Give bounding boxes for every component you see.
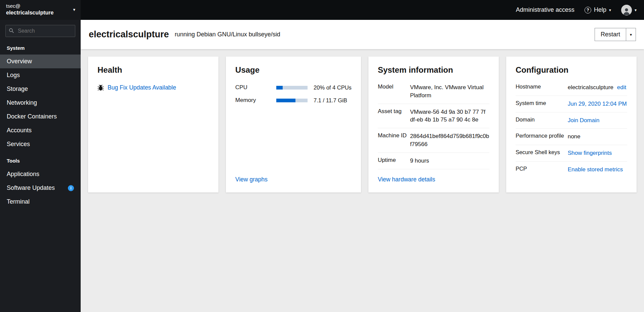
usage-rows: CPU 20% of 4 CPUs Memory 7.1 / 11.7 GiB (235, 84, 352, 110)
view-graphs-link[interactable]: View graphs (235, 176, 268, 183)
usage-card: Usage CPU 20% of 4 CPUs Memory 7.1 / 11.… (226, 57, 361, 193)
system-information-card: System information Model VMware, Inc. VM… (368, 57, 499, 193)
machine-id-value: 2864d41bef864d759b681f9c0bf79566 (410, 132, 489, 148)
table-row: Machine ID 2864d41bef864d759b681f9c0bf79… (378, 128, 489, 153)
uptime-value: 9 hours (410, 157, 489, 165)
memory-usage-value: 7.1 / 11.7 GiB (314, 97, 347, 104)
help-label: Help (594, 6, 606, 13)
system-information-card-footer: View hardware details (378, 176, 489, 183)
search-input[interactable] (5, 25, 75, 37)
pcp-label: PCP (516, 166, 568, 174)
table-row: Performance profile none (516, 129, 627, 145)
memory-usage-row: Memory 7.1 / 11.7 GiB (235, 97, 352, 104)
administrative-access-button[interactable]: Administrative access (516, 6, 574, 13)
health-updates-row: Bug Fix Updates Available (97, 84, 209, 91)
domain-label: Domain (516, 116, 568, 125)
sidebar-item-label: Applications (7, 171, 39, 178)
sidebar-item-label: Docker Containers (7, 113, 57, 120)
bug-fix-updates-link[interactable]: Bug Fix Updates Available (108, 84, 176, 91)
view-hardware-details-link[interactable]: View hardware details (378, 176, 435, 183)
sidebar-item-services[interactable]: Services (0, 137, 81, 151)
sidebar-item-label: Logs (7, 72, 20, 79)
help-menu[interactable]: ? Help ▾ (585, 6, 611, 13)
sidebar-item-docker-containers[interactable]: Docker Containers (0, 110, 81, 124)
cpu-progress-fill (276, 86, 283, 90)
sidebar-item-label: Overview (7, 58, 32, 65)
nav-section-system: System (0, 38, 81, 55)
cpu-usage-value: 20% of 4 CPUs (314, 84, 352, 91)
table-row: Uptime 9 hours (378, 153, 489, 169)
chevron-down-icon: ▾ (635, 8, 637, 12)
sidebar-item-label: Accounts (7, 127, 32, 134)
edit-hostname-link[interactable]: edit (617, 84, 626, 91)
memory-progress-fill (276, 99, 295, 102)
host-switcher[interactable]: tsec@ electricalsculpture ▾ (0, 0, 81, 20)
system-time-link[interactable]: Jun 29, 2020 12:04 PM (568, 101, 627, 107)
cpu-usage-row: CPU 20% of 4 CPUs (235, 84, 352, 91)
sidebar-nav: System Overview Logs Storage Networking … (0, 38, 81, 209)
current-host: electricalsculpture (6, 10, 75, 16)
restart-split-button: Restart ▾ (595, 28, 636, 41)
hostname-label: Hostname (516, 83, 568, 92)
machine-id-label: Machine ID (378, 132, 410, 148)
table-row: Domain Join Domain (516, 112, 627, 129)
page-header: electricalsculpture running Debian GNU/L… (81, 20, 644, 49)
configuration-rows: Hostname electricalsculpture edit System… (516, 79, 627, 178)
configuration-card: Configuration Hostname electricalsculptu… (506, 57, 637, 193)
uptime-label: Uptime (378, 157, 410, 165)
restart-dropdown-toggle[interactable]: ▾ (626, 28, 636, 41)
join-domain-link[interactable]: Join Domain (568, 117, 600, 124)
memory-label: Memory (235, 97, 276, 104)
hostname-value: electricalsculpture edit (568, 83, 627, 92)
asset-tag-value: VMware-56 4d 9a 30 b7 77 7f df-eb 4b 1b … (410, 108, 489, 124)
sidebar-item-label: Services (7, 141, 30, 148)
system-information-rows: Model VMware, Inc. VMware Virtual Platfo… (378, 79, 489, 169)
sidebar-item-logs[interactable]: Logs (0, 68, 81, 82)
page-title: electricalsculpture (89, 29, 169, 40)
restart-button[interactable]: Restart (595, 28, 626, 41)
system-information-card-title: System information (378, 65, 489, 75)
sidebar-item-accounts[interactable]: Accounts (0, 124, 81, 137)
sidebar-item-applications[interactable]: Applications (0, 167, 81, 181)
performance-profile-value: none (568, 133, 627, 141)
sidebar-search (5, 25, 75, 37)
main-column: Administrative access ? Help ▾ ▾ electri… (81, 0, 644, 312)
show-fingerprints-link[interactable]: Show fingerprints (568, 150, 612, 156)
sidebar-item-software-updates[interactable]: Software Updates i (0, 181, 81, 195)
sidebar-item-label: Software Updates (7, 184, 55, 192)
session-menu[interactable]: ▾ (621, 5, 637, 15)
secure-shell-keys-label: Secure Shell keys (516, 149, 568, 157)
sidebar-item-terminal[interactable]: Terminal (0, 195, 81, 209)
configuration-card-title: Configuration (516, 65, 627, 75)
nav-section-tools: Tools (0, 151, 81, 167)
os-description: running Debian GNU/Linux bullseye/sid (175, 31, 280, 38)
table-row: Asset tag VMware-56 4d 9a 30 b7 77 7f df… (378, 104, 489, 129)
user-icon (622, 7, 631, 15)
chevron-down-icon: ▾ (609, 8, 611, 12)
administrative-access-label: Administrative access (516, 6, 574, 13)
table-row: PCP Enable stored metrics (516, 162, 627, 178)
sidebar-item-label: Terminal (7, 198, 30, 205)
cpu-label: CPU (235, 84, 276, 91)
help-icon: ? (585, 7, 591, 13)
topbar: Administrative access ? Help ▾ ▾ (81, 0, 644, 20)
sidebar-item-overview[interactable]: Overview (0, 55, 81, 68)
memory-progress-bar (276, 99, 308, 102)
enable-stored-metrics-link[interactable]: Enable stored metrics (568, 166, 623, 173)
search-icon (9, 28, 14, 35)
cockpit-app: tsec@ electricalsculpture ▾ System Overv… (0, 0, 644, 312)
usage-card-title: Usage (235, 65, 352, 75)
bug-icon (97, 84, 104, 91)
table-row: Model VMware, Inc. VMware Virtual Platfo… (378, 79, 489, 104)
sidebar-item-label: Networking (7, 99, 37, 106)
sidebar-item-networking[interactable]: Networking (0, 96, 81, 110)
usage-card-footer: View graphs (235, 176, 352, 183)
chevron-down-icon: ▾ (630, 32, 632, 37)
info-icon: i (68, 185, 74, 191)
model-value: VMware, Inc. VMware Virtual Platform (410, 83, 489, 100)
sidebar-item-storage[interactable]: Storage (0, 82, 81, 96)
sidebar: tsec@ electricalsculpture ▾ System Overv… (0, 0, 81, 312)
asset-tag-label: Asset tag (378, 108, 410, 124)
logged-in-user: tsec@ (6, 3, 75, 9)
health-card-title: Health (97, 65, 209, 75)
